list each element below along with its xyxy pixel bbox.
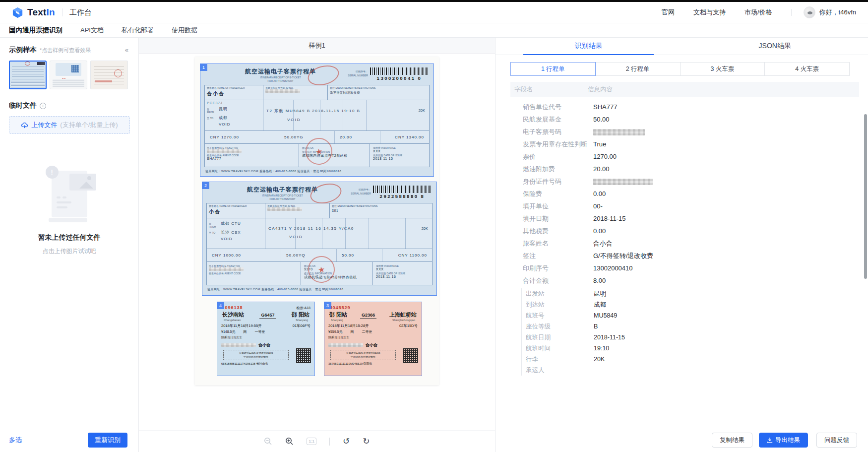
masked-value xyxy=(593,129,645,135)
copy-result-button[interactable]: 复制结果 xyxy=(712,433,752,448)
column-field-content: 信息内容 xyxy=(588,85,613,94)
detection-box-3-train-ticket[interactable]: 3 M045529 邵 阳站 G2366 上海虹桥站 ShaoyangShang… xyxy=(324,302,422,376)
table-row: 电子客票号码 xyxy=(523,126,859,138)
travelsky-footer: 验真网址：WWW.TRAVELSKY.COM 服务热线：400-815-8888… xyxy=(207,287,432,292)
masked-id-number xyxy=(267,207,302,211)
results-panel: 识别结果 JSON结果 1 行程单 2 行程单 3 火车票 4 火车票 字段名 … xyxy=(495,38,868,452)
collapse-sidebar-icon[interactable]: « xyxy=(125,46,128,54)
sample-thumbnail-3[interactable] xyxy=(90,61,128,89)
thumbnail-qr xyxy=(71,65,79,72)
upload-label: 上传文件 xyxy=(31,121,57,129)
nav-item-api-docs[interactable]: API文档 xyxy=(80,26,104,35)
viewer-canvas[interactable]: 1 航空运输电子客票行程单 ITINERARY/RECEIPT OF E-TIC… xyxy=(139,54,495,430)
document-viewer: 样例1 1 航空运输电子客票行程单 ITINERARY/RECEIPT OF E… xyxy=(139,38,495,452)
issue-date: 2018-11-16 xyxy=(376,275,429,278)
masked-passenger-id xyxy=(221,343,256,347)
nav-item-private-deploy[interactable]: 私有化部署 xyxy=(122,26,154,35)
subtab-itinerary-2[interactable]: 2 行程单 xyxy=(595,62,681,76)
from-station: 长沙南站 xyxy=(222,311,244,319)
masked-value xyxy=(593,179,653,185)
sample-thumbnail-2[interactable] xyxy=(50,61,87,89)
samples-title: 示例样本 xyxy=(9,46,37,55)
masked-id-number xyxy=(265,89,300,93)
tab-recognition-result[interactable]: 识别结果 xyxy=(496,38,682,55)
subtab-train-3[interactable]: 3 火车票 xyxy=(680,62,765,76)
tab-json-result[interactable]: JSON结果 xyxy=(682,38,868,55)
empty-state: ! 暂未上传过任何文件 点击上传图片试试吧 xyxy=(0,165,138,256)
seat-class: 二等座 xyxy=(362,329,372,334)
train-number: G6457 xyxy=(259,313,276,319)
export-result-button[interactable]: 导出结果 xyxy=(759,433,808,448)
toolbar-divider xyxy=(329,438,330,446)
upload-file-button[interactable]: 上传文件 (支持单个/批量上传) xyxy=(9,116,130,134)
passenger-name: 合小合 xyxy=(366,342,377,348)
barcode xyxy=(370,67,429,75)
sample-thumbnail-1[interactable] xyxy=(9,61,47,89)
info-icon[interactable]: i xyxy=(40,103,46,109)
masked-etkt-number xyxy=(207,149,242,153)
ticket-title: 航空运输电子客票行程单 xyxy=(247,186,318,194)
thumbnail-barcode xyxy=(37,62,45,65)
detection-box-4-train-ticket[interactable]: 4 K096138 检票:A18 长沙南站 G6457 邵 阳站 Changsh… xyxy=(217,302,315,376)
multi-select-link[interactable]: 多选 xyxy=(9,436,22,445)
app-header: TextIn 工作台 官网 文档与支持 市场/价格 你好，t46vfn xyxy=(0,2,868,23)
temp-files-title: 临时文件 xyxy=(9,101,37,110)
table-row: 旅客姓名合小合 xyxy=(523,237,859,250)
user-menu[interactable]: 你好，t46vfn xyxy=(804,6,856,18)
textin-logo[interactable]: TextIn xyxy=(12,7,55,18)
nav-item-usage-data[interactable]: 使用数据 xyxy=(172,26,197,35)
rotate-right-icon[interactable]: ↻ xyxy=(363,437,370,446)
thumbnail-red-row xyxy=(95,80,112,82)
empty-illustration-icon: ! xyxy=(42,165,97,223)
sidebar-footer: 多选 重新识别 xyxy=(0,428,138,452)
detection-box-1-air-itinerary[interactable]: 1 航空运输电子客票行程单 ITINERARY/RECEIPT OF E-TIC… xyxy=(200,64,434,177)
table-row: 民航发展基金50.00 xyxy=(523,113,859,126)
table-row: 燃油附加费20.00 xyxy=(523,163,859,175)
empty-title: 暂未上传过任何文件 xyxy=(38,233,101,242)
subtab-itinerary-1[interactable]: 1 行程单 xyxy=(510,62,596,76)
zoom-out-icon[interactable] xyxy=(264,437,272,446)
thumbnail-band xyxy=(11,81,45,87)
from-station: 邵 阳站 xyxy=(329,311,347,319)
market-pricing-link[interactable]: 市场/价格 xyxy=(744,8,772,17)
workspace-title: 工作台 xyxy=(69,8,92,17)
table-row: 合计金额8.00 xyxy=(523,274,859,287)
result-table-header: 字段名 信息内容 xyxy=(510,82,859,97)
results-scrollbar[interactable] xyxy=(864,114,867,279)
table-row: 填开单位00- xyxy=(523,200,859,212)
samples-hint: *点击样例可查看效果 xyxy=(40,47,91,54)
table-row: 票价1270.00 xyxy=(523,150,859,163)
thumbnail-strip xyxy=(53,79,84,87)
result-actions: 复制结果 导出结果 问题反馈 xyxy=(496,428,868,452)
sample-sidebar: 示例样本 *点击样例可查看效果 « 临时文 xyxy=(0,38,139,452)
thumbnail-texture xyxy=(12,65,44,79)
table-row: 填开日期2018-11-15 xyxy=(523,212,859,225)
rotate-left-icon[interactable]: ↺ xyxy=(343,437,350,446)
table-row: 身份证件号码 xyxy=(523,175,859,188)
issue-date: 2018-11-15 xyxy=(373,157,426,160)
detection-box-2-air-itinerary[interactable]: 2 航空运输电子客票行程单 ITINERARY/RECEIPT OF E-TIC… xyxy=(202,182,437,296)
docs-support-link[interactable]: 文档与支持 xyxy=(693,8,726,17)
fare: CNY 1270.00 xyxy=(205,131,279,143)
fare: CNY 1000.00 xyxy=(207,249,281,261)
results-tabs: 识别结果 JSON结果 xyxy=(496,38,868,55)
seat-class: 一等座 xyxy=(254,329,265,334)
thumbnail-stamp xyxy=(114,69,122,77)
to-station: 上海虹桥站 xyxy=(389,311,417,319)
subtab-train-4[interactable]: 4 火车票 xyxy=(764,62,850,76)
scanned-page: 1 航空运输电子客票行程单 ITINERARY/RECEIPT OF E-TIC… xyxy=(195,57,439,385)
table-row: 保险费0.00 xyxy=(523,188,859,200)
zoom-in-icon[interactable] xyxy=(285,437,294,446)
table-row: 座位等级B xyxy=(526,321,859,332)
feedback-button[interactable]: 问题反馈 xyxy=(816,433,857,448)
official-site-link[interactable]: 官网 xyxy=(662,8,675,17)
passenger-name: 小合 xyxy=(209,208,263,215)
table-row: 其他税费0.00 xyxy=(523,225,859,237)
one-to-one-icon[interactable]: 1:1 xyxy=(307,438,316,445)
empty-hint: 点击上传图片试试吧 xyxy=(43,247,96,256)
table-row: 签注G/不得签转/退改收费 xyxy=(523,250,859,262)
avatar xyxy=(804,6,815,18)
table-row: 印刷序号13002000410 xyxy=(523,262,859,274)
nav-item-general-invoice[interactable]: 国内通用票据识别 xyxy=(9,26,62,35)
rerecognize-button[interactable]: 重新识别 xyxy=(88,433,127,448)
